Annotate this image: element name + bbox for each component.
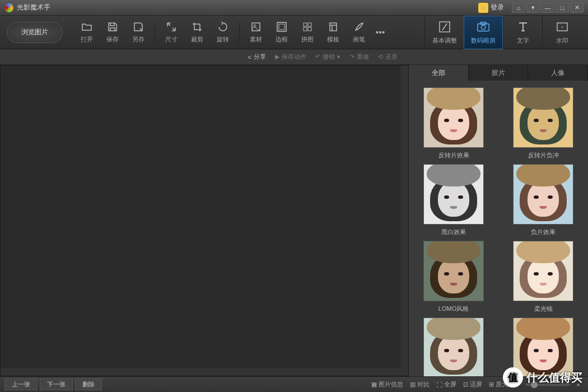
share-button[interactable]: <分享 (248, 53, 266, 61)
canvas-scrollbar-horizontal[interactable] (1, 368, 400, 376)
tool-size[interactable]: 尺寸 (160, 21, 183, 44)
zoom-actual-button[interactable]: ⊞原大 (489, 380, 508, 389)
tool-open[interactable]: 打开 (75, 21, 99, 44)
svg-rect-2 (277, 22, 286, 31)
filter-tab-portrait[interactable]: 人像 (528, 65, 588, 81)
open-icon (81, 21, 93, 33)
zoom-icon: ⊞ (489, 381, 494, 388)
bottom-bar: 上一张 下一张 删除 ▦图片信息 ▥对比 ⛶全屏 ⊡适屏 ⊞原大 − + (0, 376, 588, 392)
tool-template[interactable]: 模板 (321, 21, 345, 44)
material-icon (250, 21, 262, 33)
app-icon (4, 3, 13, 12)
filter-item[interactable]: 黑白效果 (413, 164, 494, 236)
filter-label: 黑白效果 (441, 228, 466, 236)
tab-watermark[interactable]: + 水印 (542, 16, 581, 49)
filter-item[interactable]: 反转片负冲 (503, 87, 584, 160)
filter-thumb (423, 241, 484, 301)
info-icon: ▦ (371, 381, 377, 388)
fullscreen-button[interactable]: ⛶全屏 (436, 380, 456, 389)
restore-button[interactable]: ⟲还原 (378, 53, 398, 61)
crop-icon (191, 21, 203, 33)
zoom-thumb[interactable] (531, 381, 538, 388)
effects-panel: 全部 胶片 人像 反转片效果 (409, 65, 588, 376)
canvas[interactable] (0, 65, 409, 376)
tool-material[interactable]: 素材 (244, 21, 268, 44)
svg-rect-3 (279, 24, 284, 30)
delete-button[interactable]: 删除 (75, 379, 102, 390)
template-icon (327, 21, 339, 33)
filter-thumb (423, 318, 484, 376)
rotate-icon (217, 21, 229, 33)
svg-rect-7 (308, 27, 311, 31)
zoom-slider[interactable] (525, 384, 570, 386)
share-icon: < (248, 54, 251, 60)
fit-button[interactable]: ⊡适屏 (463, 380, 482, 389)
filter-grid[interactable]: 反转片效果 反转片负冲 黑白效果 (409, 81, 588, 376)
close-button[interactable]: ✕ (570, 3, 584, 13)
tool-brush[interactable]: 画笔 (347, 21, 371, 44)
watermark-icon: + (555, 20, 570, 34)
filter-label: 反转片效果 (438, 151, 469, 160)
login-link[interactable]: 登录 (491, 3, 504, 12)
tool-more[interactable]: ••• (372, 27, 389, 38)
main-toolbar: 浏览图片 打开 保存 另存 尺寸 裁剪 旋转 素材 边框 拼图 模板 (0, 16, 588, 49)
tab-text[interactable]: 文字 (503, 16, 542, 49)
home-button[interactable]: ⌂ (512, 3, 525, 13)
tool-rotate[interactable]: 旋转 (211, 21, 235, 44)
svg-point-1 (254, 25, 256, 27)
browse-button[interactable]: 浏览图片 (7, 22, 63, 43)
filter-thumb (513, 87, 573, 148)
save-icon (106, 21, 119, 33)
settings-button[interactable]: ▾ (526, 3, 540, 13)
filter-item[interactable] (503, 318, 584, 376)
minimize-button[interactable]: — (541, 3, 554, 13)
sub-toolbar: <分享 ▶保存动作 ↶撤销▾ ↷重做 ⟲还原 (0, 49, 588, 65)
tool-collage[interactable]: 拼图 (296, 21, 319, 44)
zoom-out-button[interactable]: − (515, 381, 518, 388)
svg-rect-5 (308, 23, 311, 26)
adjust-icon (437, 20, 452, 34)
maximize-button[interactable]: □ (556, 3, 569, 13)
filter-item[interactable]: 反转片效果 (413, 87, 494, 160)
image-info-button[interactable]: ▦图片信息 (371, 380, 403, 389)
collage-icon (301, 21, 314, 33)
filter-tabs: 全部 胶片 人像 (409, 65, 588, 81)
filter-thumb (423, 87, 484, 148)
svg-text:+: + (561, 25, 563, 30)
next-button[interactable]: 下一张 (40, 379, 73, 390)
svg-rect-0 (252, 23, 260, 31)
tool-save-as[interactable]: 另存 (127, 21, 150, 44)
app-title: 光影魔术手 (17, 3, 50, 12)
action-icon: ▶ (275, 53, 279, 60)
darkroom-icon (476, 20, 491, 34)
filter-tab-film[interactable]: 胶片 (469, 65, 529, 81)
prev-button[interactable]: 上一张 (4, 379, 38, 390)
filter-thumb (513, 241, 573, 301)
svg-point-10 (481, 25, 485, 29)
filter-item[interactable]: LOMO风格 (413, 241, 494, 313)
tab-basic-adjust[interactable]: 基本调整 (424, 16, 464, 49)
filter-item[interactable]: 柔光镜 (503, 241, 584, 313)
filter-item[interactable] (413, 318, 494, 376)
tool-crop[interactable]: 裁剪 (185, 21, 209, 44)
compare-icon: ▥ (410, 381, 416, 388)
undo-icon: ↶ (315, 53, 320, 60)
restore-icon: ⟲ (378, 53, 383, 60)
filter-tab-all[interactable]: 全部 (409, 65, 469, 81)
tab-darkroom[interactable]: 数码暗房 (464, 16, 503, 49)
svg-rect-11 (480, 22, 486, 25)
tool-frame[interactable]: 边框 (270, 21, 293, 44)
filter-item[interactable]: 负片效果 (503, 164, 584, 236)
redo-button[interactable]: ↷重做 (349, 53, 369, 61)
zoom-in-button[interactable]: + (577, 381, 580, 388)
save-action-button[interactable]: ▶保存动作 (275, 53, 306, 61)
canvas-scrollbar-vertical[interactable] (400, 66, 408, 376)
tool-save[interactable]: 保存 (101, 21, 124, 44)
compare-button[interactable]: ▥对比 (410, 380, 430, 389)
fit-icon: ⊡ (463, 381, 468, 388)
svg-rect-4 (304, 23, 307, 26)
user-avatar-icon[interactable]: ☺ (478, 3, 488, 13)
svg-rect-6 (304, 27, 307, 31)
save-as-icon (132, 21, 144, 33)
undo-button[interactable]: ↶撤销▾ (315, 53, 340, 61)
